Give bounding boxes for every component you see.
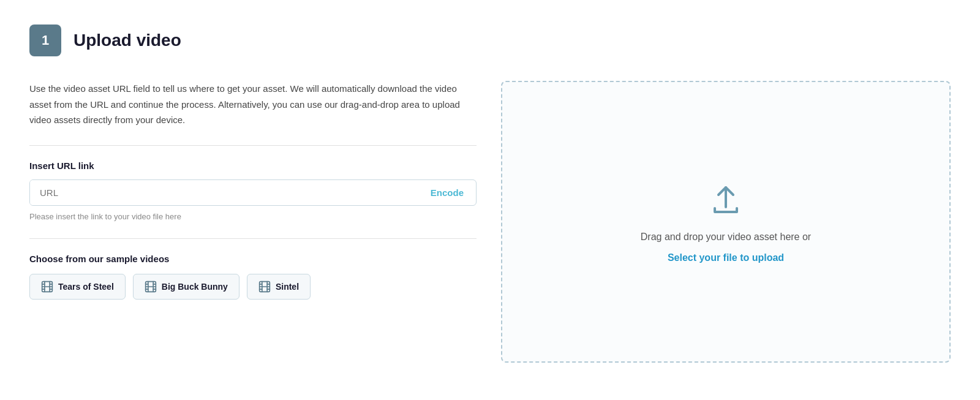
main-content: Use the video asset URL field to tell us… (29, 81, 951, 363)
sample-video-chip-0[interactable]: Tears of Steel (29, 274, 126, 300)
page-title: Upload video (74, 31, 181, 50)
film-icon-1 (145, 281, 157, 293)
description-text: Use the video asset URL field to tell us… (29, 81, 477, 128)
select-file-link[interactable]: Select your file to upload (668, 252, 784, 263)
url-hint: Please insert the link to your video fil… (29, 212, 477, 221)
step-number: 1 (42, 32, 49, 48)
upload-icon (706, 180, 745, 222)
encode-label: Encode (431, 187, 464, 198)
left-panel: Use the video asset URL field to tell us… (29, 81, 477, 363)
sample-video-name-0: Tears of Steel (58, 282, 114, 292)
sample-video-name-2: Sintel (276, 282, 299, 292)
sample-video-chip-1[interactable]: Big Buck Bunny (133, 274, 239, 300)
sample-videos-label: Choose from our sample videos (29, 254, 477, 264)
sample-video-chip-2[interactable]: Sintel (247, 274, 311, 300)
page-header: 1 Upload video (29, 25, 951, 56)
film-icon-2 (258, 281, 271, 293)
divider-1 (29, 145, 477, 146)
sample-video-name-1: Big Buck Bunny (162, 282, 228, 292)
drop-zone[interactable]: Drag and drop your video asset here or S… (501, 81, 951, 363)
step-badge: 1 (29, 25, 61, 56)
film-icon-0 (41, 281, 53, 293)
url-input[interactable] (30, 180, 418, 205)
drag-drop-text: Drag and drop your video asset here or (641, 232, 811, 243)
sample-videos-list: Tears of Steel Big Buck Bunny (29, 274, 477, 300)
divider-2 (29, 238, 477, 239)
url-section-label: Insert URL link (29, 160, 477, 171)
url-input-wrapper: Encode (29, 179, 477, 206)
encode-button[interactable]: Encode (418, 180, 476, 205)
